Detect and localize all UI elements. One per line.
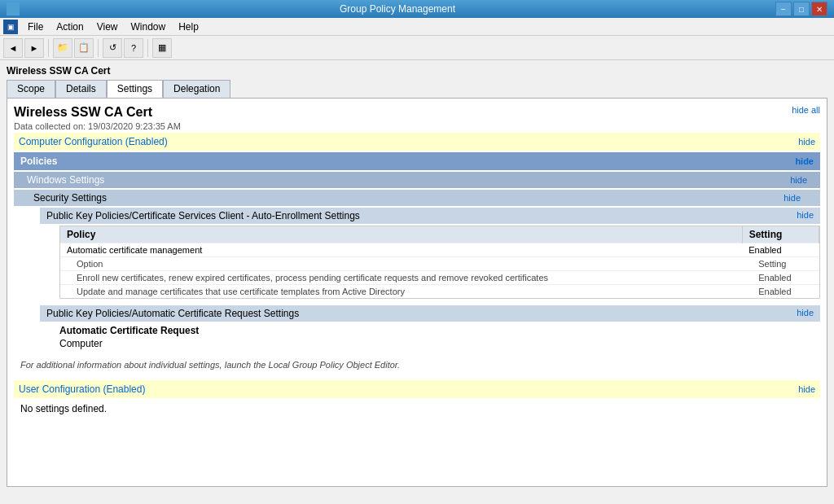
windows-settings-header: Windows Settings hide: [14, 172, 820, 188]
close-button[interactable]: ✕: [811, 2, 827, 16]
security-settings-hide[interactable]: hide: [784, 193, 801, 203]
setting-cell: Enabled: [742, 243, 819, 257]
setting-cell: Enabled: [742, 271, 819, 285]
open-button[interactable]: 📁: [53, 38, 72, 58]
setting-cell: Enabled: [742, 285, 819, 299]
menu-file[interactable]: File: [21, 20, 50, 34]
breadcrumb-text: Wireless SSW CA Cert: [7, 65, 110, 77]
title-bar: Group Policy Management − □ ✕: [0, 0, 834, 18]
pki-autocert-header: Public Key Policies/Automatic Certificat…: [40, 305, 820, 322]
window-controls: − □ ✕: [775, 2, 827, 16]
tab-details[interactable]: Details: [55, 80, 107, 98]
pki-autocert-section: Public Key Policies/Automatic Certificat…: [40, 305, 820, 349]
policies-label: Policies: [20, 156, 57, 167]
policy-cell: Enroll new certificates, renew expired c…: [60, 271, 742, 285]
tab-scope[interactable]: Scope: [7, 80, 55, 98]
setting-cell: Setting: [742, 257, 819, 271]
policies-hide[interactable]: hide: [795, 156, 814, 166]
menu-bar: ▣ File Action View Window Help: [0, 18, 834, 36]
help-button[interactable]: ?: [124, 38, 143, 58]
forward-button[interactable]: ►: [24, 38, 44, 58]
toolbar-sep-1: [48, 39, 49, 57]
toolbar: ◄ ► 📁 📋 ↺ ? ▦: [0, 36, 834, 60]
pki-autocert-hide[interactable]: hide: [797, 308, 814, 319]
title-bar-text: Group Policy Management: [20, 3, 775, 15]
menu-action[interactable]: Action: [50, 20, 90, 34]
user-config-label: User Configuration (Enabled): [19, 383, 145, 395]
table-row: Update and manage certificates that use …: [60, 285, 819, 299]
content-panel[interactable]: Wireless SSW CA Cert Data collected on: …: [7, 98, 827, 487]
menu-help[interactable]: Help: [172, 20, 205, 34]
user-config-hide[interactable]: hide: [798, 384, 815, 394]
windows-settings-label: Windows Settings: [27, 174, 104, 186]
back-button[interactable]: ◄: [3, 38, 23, 58]
toolbar-sep-3: [147, 39, 148, 57]
pki-autoenroll-label: Public Key Policies/Certificate Services…: [46, 210, 360, 221]
tabs-container: Scope Details Settings Delegation: [7, 80, 827, 98]
app-icon: [7, 2, 20, 15]
security-settings-label: Security Settings: [33, 192, 107, 204]
hide-all-row: hide all: [792, 105, 820, 115]
pki-autoenroll-table: Policy Setting Automatic certificate man…: [60, 226, 819, 298]
table-row: Enroll new certificates, renew expired c…: [60, 271, 819, 285]
pki-autoenroll-section: Public Key Policies/Certificate Services…: [40, 208, 820, 299]
tab-settings[interactable]: Settings: [107, 80, 163, 98]
computer-config-label: Computer Configuration (Enabled): [19, 136, 168, 147]
auto-cert-title: Automatic Certificate Request: [59, 325, 820, 336]
note-text: For additional information about individ…: [20, 360, 400, 370]
table-row: Option Setting: [60, 257, 819, 271]
menu-window[interactable]: Window: [125, 20, 173, 34]
policy-cell: Option: [60, 257, 742, 271]
copy-button[interactable]: 📋: [74, 38, 94, 58]
policy-title: Wireless SSW CA Cert: [14, 105, 181, 120]
pki-autoenroll-hide[interactable]: hide: [797, 210, 814, 221]
menu-view[interactable]: View: [90, 20, 125, 34]
policy-cell: Update and manage certificates that use …: [60, 285, 742, 299]
security-settings-header: Security Settings hide: [14, 190, 820, 206]
minimize-button[interactable]: −: [775, 2, 792, 16]
computer-config-header: Computer Configuration (Enabled) hide: [14, 133, 820, 151]
computer-config-hide[interactable]: hide: [798, 137, 815, 147]
main-content: Wireless SSW CA Cert Scope Details Setti…: [0, 60, 834, 504]
policies-section-header: Policies hide: [14, 152, 820, 170]
toolbar-sep-2: [98, 39, 99, 57]
pki-autocert-label: Public Key Policies/Automatic Certificat…: [46, 308, 299, 319]
title-section: Wireless SSW CA Cert Data collected on: …: [14, 105, 820, 133]
no-settings-text: No settings defined.: [14, 400, 820, 418]
table-row: Automatic certificate management Enabled: [60, 243, 819, 257]
left-title: Wireless SSW CA Cert Data collected on: …: [14, 105, 181, 133]
table-header-row: Policy Setting: [60, 226, 819, 243]
restore-button[interactable]: □: [793, 2, 810, 16]
windows-settings-hide[interactable]: hide: [790, 175, 807, 185]
refresh-button[interactable]: ↺: [103, 38, 122, 58]
auto-cert-value: Computer: [59, 338, 820, 349]
col-policy: Policy: [60, 226, 742, 243]
pki-autoenroll-header: Public Key Policies/Certificate Services…: [40, 208, 820, 224]
path-bar: Wireless SSW CA Cert: [7, 65, 827, 77]
pki-autoenroll-table-container: Policy Setting Automatic certificate man…: [59, 226, 820, 299]
col-setting: Setting: [742, 226, 819, 243]
user-config-section: User Configuration (Enabled) hide No set…: [14, 380, 820, 418]
app-menu-icon: ▣: [3, 20, 18, 34]
view-button[interactable]: ▦: [152, 38, 172, 58]
data-collected: Data collected on: 19/03/2020 9:23:35 AM: [14, 121, 181, 131]
user-config-header: User Configuration (Enabled) hide: [14, 380, 820, 398]
tab-delegation[interactable]: Delegation: [163, 80, 230, 98]
auto-cert-info: Automatic Certificate Request Computer: [59, 325, 820, 349]
hide-all-link[interactable]: hide all: [792, 105, 820, 115]
note-section: For additional information about individ…: [14, 356, 820, 377]
policy-cell: Automatic certificate management: [60, 243, 742, 257]
